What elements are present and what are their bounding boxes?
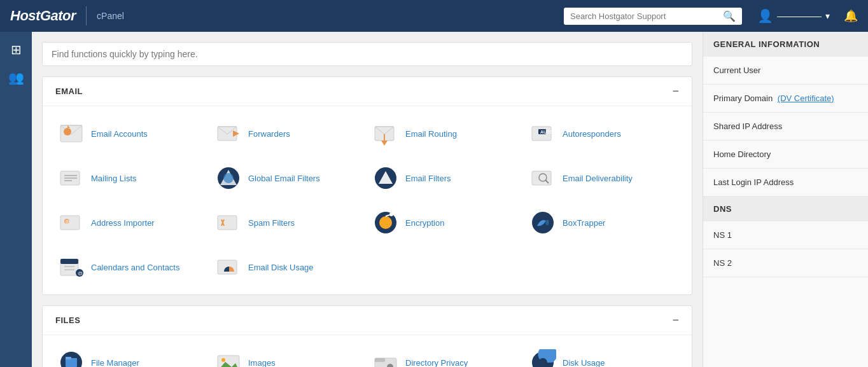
email-disk-usage-label: Email Disk Usage bbox=[248, 263, 314, 272]
email-section-title: EMAIL bbox=[55, 87, 83, 96]
general-info-title: GENERAL INFORMATION bbox=[703, 32, 868, 57]
encryption-icon bbox=[372, 209, 399, 236]
email-section-body: Email Accounts Forwarders bbox=[43, 106, 692, 294]
email-deliverability-item[interactable]: Email Deliverability bbox=[527, 161, 679, 195]
email-disk-usage-item[interactable]: Email Disk Usage bbox=[213, 250, 365, 284]
directory-privacy-item[interactable]: Directory Privacy bbox=[370, 345, 522, 367]
left-sidebar: ⊞ 👥 bbox=[0, 32, 32, 367]
mailing-lists-label: Mailing Lists bbox=[91, 174, 137, 183]
encryption-label: Encryption bbox=[405, 218, 444, 228]
user-label: ————— bbox=[777, 11, 822, 21]
email-filters-icon bbox=[372, 165, 399, 191]
boxtrapper-icon bbox=[529, 209, 556, 236]
global-email-filters-icon bbox=[215, 165, 242, 191]
svg-rect-45 bbox=[66, 357, 71, 359]
sidebar-grid-icon[interactable]: ⊞ bbox=[11, 42, 22, 57]
disk-usage-item[interactable]: Disk Usage bbox=[527, 345, 679, 367]
dns-title: DNS bbox=[703, 197, 868, 221]
address-importer-item[interactable]: @ Address Importer bbox=[55, 205, 207, 240]
file-manager-icon bbox=[58, 349, 85, 367]
global-email-filters-item[interactable]: Global Email Filters bbox=[213, 161, 365, 195]
files-section-toggle[interactable]: − bbox=[672, 314, 679, 327]
email-section: EMAIL − Email Accounts bbox=[42, 76, 692, 295]
svg-point-32 bbox=[379, 216, 392, 229]
email-accounts-item[interactable]: Email Accounts bbox=[55, 116, 207, 151]
home-directory-label: Home Directory bbox=[713, 149, 771, 159]
logo: HostGator bbox=[10, 8, 76, 24]
address-importer-label: Address Importer bbox=[91, 218, 155, 228]
svg-point-47 bbox=[221, 358, 225, 362]
email-filters-item[interactable]: Email Filters bbox=[370, 161, 522, 195]
shared-ip-item: Shared IP Address bbox=[703, 113, 868, 141]
email-section-toggle[interactable]: − bbox=[672, 85, 679, 98]
autoresponders-item[interactable]: AUTO Autoresponders bbox=[527, 116, 679, 151]
cpanel-label: cPanel bbox=[97, 11, 124, 21]
dv-certificate-link[interactable]: (DV Certificate) bbox=[778, 93, 834, 103]
primary-domain-label: Primary Domain bbox=[713, 93, 773, 103]
user-menu[interactable]: 👤 ————— ▾ bbox=[757, 8, 830, 24]
email-routing-icon bbox=[372, 120, 399, 147]
svg-text:@: @ bbox=[78, 270, 83, 276]
directory-privacy-icon bbox=[372, 349, 399, 367]
header: HostGator cPanel 🔍 👤 ————— ▾ 🔔 bbox=[0, 0, 868, 32]
svg-point-53 bbox=[538, 358, 547, 367]
email-accounts-label: Email Accounts bbox=[91, 129, 148, 139]
sidebar-users-icon[interactable]: 👥 bbox=[8, 70, 24, 85]
boxtrapper-item[interactable]: BoxTrapper bbox=[527, 205, 679, 240]
files-section-title: FILES bbox=[55, 315, 80, 325]
svg-point-19 bbox=[223, 173, 234, 183]
ns2-label: NS 2 bbox=[713, 258, 732, 268]
header-search-input[interactable] bbox=[570, 11, 718, 21]
email-section-header: EMAIL − bbox=[43, 77, 692, 106]
email-deliverability-label: Email Deliverability bbox=[563, 174, 633, 183]
images-item[interactable]: Images bbox=[213, 345, 365, 367]
email-filters-label: Email Filters bbox=[405, 174, 451, 183]
email-routing-item[interactable]: Email Routing bbox=[370, 116, 522, 151]
svg-text:AUTO: AUTO bbox=[540, 130, 553, 134]
calendars-contacts-icon: @ bbox=[58, 254, 85, 280]
last-login-ip-label: Last Login IP Address bbox=[713, 177, 794, 187]
header-search-bar[interactable]: 🔍 bbox=[564, 8, 742, 25]
calendars-contacts-item[interactable]: @ Calendars and Contacts bbox=[55, 250, 207, 284]
svg-text:@: @ bbox=[65, 219, 69, 224]
files-section: FILES − File Manager bbox=[42, 305, 692, 367]
main-layout: ⊞ 👥 EMAIL − bbox=[0, 32, 868, 367]
email-routing-label: Email Routing bbox=[405, 129, 457, 139]
main-content: EMAIL − Email Accounts bbox=[32, 32, 703, 367]
file-manager-item[interactable]: File Manager bbox=[55, 345, 207, 367]
ns2-item: NS 2 bbox=[703, 249, 868, 277]
encryption-item[interactable]: Encryption bbox=[370, 205, 522, 240]
bell-icon[interactable]: 🔔 bbox=[844, 9, 858, 23]
directory-privacy-label: Directory Privacy bbox=[405, 358, 468, 368]
images-label: Images bbox=[248, 358, 276, 368]
search-icon: 🔍 bbox=[723, 10, 736, 22]
spam-filters-item[interactable]: Spam Filters bbox=[213, 205, 365, 240]
last-login-ip-item: Last Login IP Address bbox=[703, 169, 868, 197]
forwarders-item[interactable]: Forwarders bbox=[213, 116, 365, 151]
mailing-lists-item[interactable]: Mailing Lists bbox=[55, 161, 207, 195]
email-disk-usage-icon bbox=[215, 254, 242, 280]
files-section-header: FILES − bbox=[43, 306, 692, 335]
content-search-input[interactable] bbox=[42, 42, 692, 66]
forwarders-label: Forwarders bbox=[248, 129, 290, 139]
boxtrapper-label: BoxTrapper bbox=[563, 218, 605, 228]
ns1-item: NS 1 bbox=[703, 221, 868, 249]
mailing-lists-icon bbox=[58, 165, 85, 191]
address-importer-icon: @ bbox=[58, 209, 85, 236]
user-icon: 👤 bbox=[757, 8, 773, 24]
svg-point-2 bbox=[64, 128, 71, 135]
ns1-label: NS 1 bbox=[713, 230, 732, 240]
images-icon bbox=[215, 349, 242, 367]
svg-point-34 bbox=[389, 212, 393, 216]
forwarders-icon bbox=[215, 120, 242, 147]
primary-domain-item: Primary Domain (DV Certificate) bbox=[703, 85, 868, 113]
svg-rect-50 bbox=[375, 358, 385, 362]
autoresponders-label: Autoresponders bbox=[563, 129, 621, 139]
home-directory-item: Home Directory bbox=[703, 141, 868, 169]
autoresponders-icon: AUTO bbox=[529, 120, 556, 147]
header-divider bbox=[86, 6, 87, 25]
shared-ip-label: Shared IP Address bbox=[713, 121, 782, 131]
disk-usage-icon bbox=[529, 349, 556, 367]
email-accounts-icon bbox=[58, 120, 85, 147]
calendars-contacts-label: Calendars and Contacts bbox=[91, 263, 179, 272]
